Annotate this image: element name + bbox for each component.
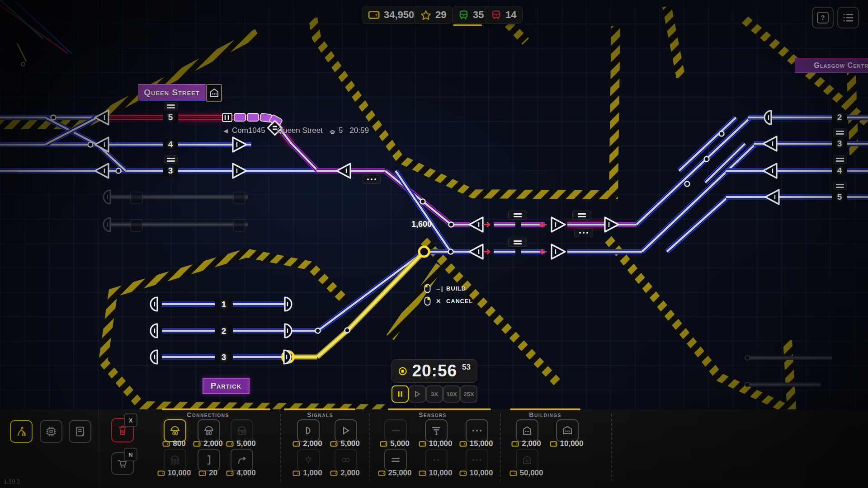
signal-l[interactable] bbox=[763, 164, 777, 178]
tool-track-speed-200[interactable]: 200 bbox=[164, 449, 186, 471]
signal-dl[interactable] bbox=[151, 350, 157, 364]
svg-text:1: 1 bbox=[435, 431, 438, 436]
tool-gate-signal[interactable] bbox=[297, 449, 320, 471]
star-counter[interactable]: 29 bbox=[414, 6, 453, 24]
junction-node[interactable] bbox=[88, 142, 93, 147]
junction-node[interactable] bbox=[745, 356, 750, 360]
section-tab-sensors bbox=[388, 408, 491, 410]
station-label-partick[interactable]: Partick bbox=[203, 378, 250, 394]
track-segment[interactable] bbox=[317, 331, 347, 357]
junction-node[interactable] bbox=[449, 222, 454, 227]
junction-node[interactable] bbox=[316, 328, 321, 333]
signal-l[interactable] bbox=[469, 217, 483, 232]
systems-mode-button[interactable] bbox=[40, 420, 62, 443]
train-platform: 5 bbox=[339, 126, 343, 135]
signal-dr[interactable] bbox=[285, 297, 292, 311]
junction-node[interactable] bbox=[745, 382, 750, 387]
cancel-hint-row: ✕ CANCEL bbox=[424, 296, 473, 306]
money-counter[interactable]: 34,950 bbox=[362, 6, 420, 24]
platform-sensor-badge[interactable] bbox=[164, 102, 178, 110]
signal-l[interactable] bbox=[763, 136, 777, 151]
signal-r[interactable] bbox=[552, 217, 565, 232]
platform-sensor-badge[interactable] bbox=[833, 155, 847, 164]
track-segment[interactable] bbox=[667, 197, 728, 252]
tool-bumper[interactable] bbox=[198, 449, 220, 471]
platform-number-partick-2: 2 bbox=[215, 325, 233, 337]
tool-sensor-double[interactable] bbox=[384, 449, 407, 471]
speed-10x-button[interactable]: 10X bbox=[443, 385, 460, 403]
signal-dl[interactable] bbox=[104, 218, 110, 231]
junction-node[interactable] bbox=[685, 182, 690, 187]
platform-sensor-badge[interactable] bbox=[164, 155, 178, 164]
platform-number-left-3: 3 bbox=[163, 165, 178, 177]
signal-dl[interactable] bbox=[104, 190, 110, 204]
timetable-mode-button[interactable] bbox=[69, 420, 91, 443]
tool-auto-signal[interactable] bbox=[335, 419, 357, 442]
signal-l[interactable] bbox=[337, 164, 350, 178]
platform-sensor-badge[interactable] bbox=[833, 182, 847, 190]
signal-dr[interactable] bbox=[285, 324, 292, 338]
cancel-glyph: ✕ bbox=[435, 298, 442, 305]
junction-node[interactable] bbox=[719, 131, 724, 136]
signal-l[interactable] bbox=[469, 244, 483, 259]
junction-node[interactable] bbox=[448, 249, 453, 254]
ghost-signal bbox=[130, 219, 143, 232]
platform-sensor-badge[interactable] bbox=[833, 128, 847, 136]
sensor-dots-badge[interactable] bbox=[574, 228, 593, 237]
station-label-glasgow-central[interactable]: Glasgow Central bbox=[795, 58, 868, 73]
tool-station[interactable] bbox=[516, 419, 538, 442]
platform-number-left-4: 4 bbox=[163, 139, 178, 150]
junction-node[interactable] bbox=[116, 169, 121, 174]
signal-r[interactable] bbox=[552, 244, 565, 259]
signal-dr[interactable] bbox=[284, 350, 291, 364]
signal-l[interactable] bbox=[95, 164, 108, 178]
speed-3x-button[interactable]: 3X bbox=[426, 385, 443, 403]
signal-dl[interactable] bbox=[151, 324, 157, 338]
tool-depot[interactable] bbox=[516, 449, 538, 471]
tool-crossover[interactable] bbox=[231, 449, 253, 471]
sensor-badge[interactable] bbox=[508, 238, 527, 247]
tool-path-signal[interactable] bbox=[297, 419, 320, 442]
tool-chain-signal[interactable] bbox=[335, 449, 357, 471]
sensor-badge[interactable] bbox=[572, 211, 591, 220]
play-button[interactable] bbox=[409, 385, 426, 403]
track-segment[interactable] bbox=[347, 252, 424, 331]
tool-sensor-single[interactable] bbox=[384, 419, 407, 442]
signal-r[interactable] bbox=[233, 137, 246, 152]
tool-track-speed-80[interactable]: 80 bbox=[198, 419, 220, 442]
signal-r[interactable] bbox=[605, 217, 618, 232]
wallet-icon bbox=[368, 10, 380, 19]
price-track-120: 5,000 bbox=[214, 439, 268, 448]
tool-sensor-three-dots[interactable] bbox=[466, 449, 488, 471]
tool-sensor-stack[interactable]: 1 bbox=[425, 419, 448, 442]
signal-l[interactable] bbox=[765, 190, 779, 204]
signal-r[interactable] bbox=[233, 164, 246, 178]
tool-track-speed-40[interactable]: 40 bbox=[164, 419, 186, 442]
help-button[interactable]: ? bbox=[812, 7, 834, 28]
tool-track-speed-120[interactable]: 120 bbox=[231, 419, 253, 442]
junction-node[interactable] bbox=[51, 115, 56, 120]
speed-25x-button[interactable]: 25X bbox=[460, 385, 477, 403]
tool-sensor-dots[interactable] bbox=[466, 419, 488, 442]
right-click-icon bbox=[424, 296, 431, 306]
trains-waiting-counter[interactable]: 14 bbox=[485, 6, 523, 24]
junction-node[interactable] bbox=[420, 199, 425, 204]
depot-icon bbox=[522, 455, 533, 465]
junction-node[interactable] bbox=[345, 328, 350, 333]
build-mode-button[interactable] bbox=[10, 420, 33, 443]
tool-sensor-two-dots[interactable] bbox=[425, 449, 448, 471]
queen-street-station-icon[interactable] bbox=[206, 84, 222, 102]
signal-dl[interactable] bbox=[764, 111, 771, 124]
track-segment[interactable] bbox=[292, 144, 318, 171]
junction-node[interactable] bbox=[419, 247, 429, 257]
sensor-badge[interactable] bbox=[508, 211, 527, 220]
sensor-dots-badge[interactable] bbox=[363, 175, 381, 184]
station-label-queen-street[interactable]: Queen Street bbox=[138, 84, 206, 101]
tool-large-station[interactable] bbox=[556, 419, 579, 442]
menu-button[interactable] bbox=[837, 7, 859, 28]
signal-dl[interactable] bbox=[151, 297, 157, 311]
train-info-label[interactable]: ◀ Com1045 Queen Street 5 20:59 bbox=[223, 126, 369, 136]
junction-node[interactable] bbox=[21, 62, 25, 66]
junction-node[interactable] bbox=[704, 157, 709, 162]
pause-button[interactable] bbox=[392, 385, 409, 403]
